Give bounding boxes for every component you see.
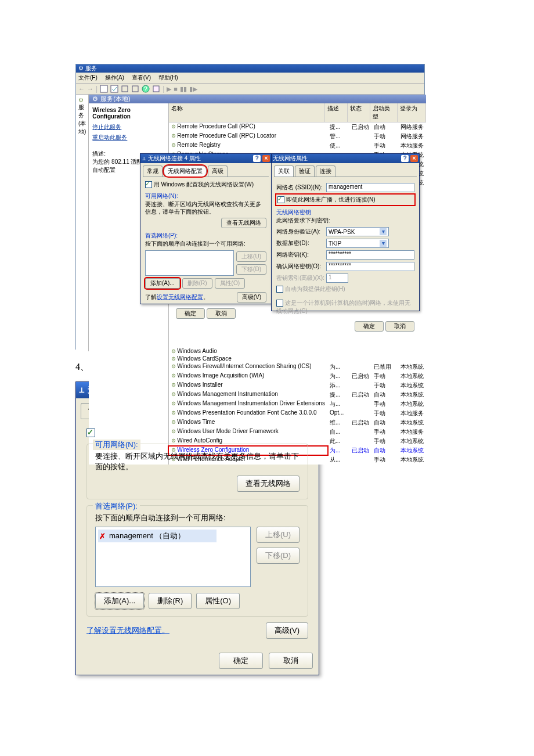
ok-button[interactable]: 确定 xyxy=(176,308,205,319)
list-item[interactable]: ✗ management （自动） xyxy=(98,530,217,542)
key-header: 无线网络密钥 xyxy=(276,208,414,217)
table-row[interactable]: ⚙Windows Management Instrumentation提...已… xyxy=(169,390,426,399)
table-row[interactable]: ⚙Windows Management Instrumentation Driv… xyxy=(169,399,426,409)
tree-node-local[interactable]: 服务(本地) xyxy=(78,104,86,135)
encryption-dropdown[interactable]: TKIP▾ xyxy=(326,239,389,248)
move-up-button[interactable]: 上移(U) xyxy=(236,251,266,262)
auth-dropdown[interactable]: WPA-PSK▾ xyxy=(326,227,389,236)
broadcast-checkbox[interactable] xyxy=(277,196,284,203)
move-up-button[interactable]: 上移(U) xyxy=(257,527,300,543)
play-icon[interactable]: ▶ xyxy=(167,85,171,93)
table-row[interactable]: ⚙Windows Time维...已启动自动本地系统 xyxy=(169,418,426,427)
table-row[interactable]: ⚙Windows Firewall/Internet Connection Sh… xyxy=(169,362,426,372)
use-windows-checkbox[interactable] xyxy=(86,429,95,437)
menu-action[interactable]: 操作(A) xyxy=(105,74,124,81)
col-logon[interactable]: 登录为 xyxy=(398,103,426,122)
ok-button[interactable]: 确定 xyxy=(355,321,384,332)
ok-button[interactable]: 确定 xyxy=(219,653,263,669)
back-icon[interactable]: ← xyxy=(78,85,85,92)
restart-icon[interactable]: ▮▶ xyxy=(189,85,197,93)
add-button[interactable]: 添加(A)... xyxy=(145,278,180,289)
tab-association[interactable]: 关联 xyxy=(274,165,294,177)
remove-button[interactable]: 删除(R) xyxy=(149,593,192,609)
help-icon[interactable]: ? xyxy=(142,85,150,93)
advanced-button[interactable]: 高级(V) xyxy=(237,292,266,303)
svg-rect-3 xyxy=(132,86,138,92)
add-button[interactable]: 添加(A)... xyxy=(95,593,144,609)
broadcast-label: 即使此网络未广播，也进行连接(N) xyxy=(286,196,376,203)
table-row[interactable]: ⚙Windows Audio xyxy=(169,347,426,355)
toolbar-icon[interactable] xyxy=(152,85,160,93)
preferred-networks-group: 首选网络(P): 按下面的顺序自动连接到一个可用网络: ✗ management… xyxy=(86,505,308,617)
col-startup[interactable]: 启动类型 xyxy=(370,103,398,122)
dialog-titlebar: ⊥ 无线网络连接 4 属性 ? × xyxy=(140,154,271,163)
properties-button[interactable]: 属性(O) xyxy=(215,278,245,289)
table-row[interactable]: ⚙Windows CardSpace xyxy=(169,355,426,362)
preferred-hint: 按下面的顺序自动连接到一个可用网络: xyxy=(95,513,300,523)
view-networks-button[interactable]: 查看无线网络 xyxy=(237,476,300,492)
table-row[interactable]: ⚙Windows Installer添...手动本地系统 xyxy=(169,381,426,390)
table-row[interactable]: ⚙Windows User Mode Driver Framework自...手… xyxy=(169,427,426,437)
key-index-spinner: 1 xyxy=(326,273,348,283)
table-row[interactable]: ⚙Windows Image Acquisition (WIA)为...已启动手… xyxy=(169,372,426,381)
preferred-networks-listbox[interactable]: ✗ management （自动） xyxy=(95,527,251,587)
confirm-key-label: 确认网络密钥(O): xyxy=(276,262,326,271)
close-icon[interactable]: × xyxy=(410,155,418,162)
menubar[interactable]: 文件(F) 操作(A) 查看(V) 帮助(H) xyxy=(76,73,424,83)
key-input[interactable]: ********** xyxy=(326,250,414,260)
toolbar: ← → | ? | ▶ ■ ▮▮ ▮▶ xyxy=(76,83,424,95)
tab-advanced[interactable]: 高级 xyxy=(208,165,228,177)
pause-icon[interactable]: ▮▮ xyxy=(180,85,187,93)
table-row[interactable]: ⚙Remote Procedure Call (RPC) Locator管...… xyxy=(169,132,426,141)
view-networks-button[interactable]: 查看无线网络 xyxy=(221,218,266,228)
col-status[interactable]: 状态 xyxy=(348,103,370,122)
use-windows-checkbox[interactable] xyxy=(145,181,152,188)
chevron-down-icon: ▾ xyxy=(380,228,387,235)
available-networks-group: 可用网络(N): 要连接、断开区域内无线网络或查找有关更多信息，请单击下面的按钮… xyxy=(86,444,308,499)
toolbar-icon[interactable] xyxy=(100,85,108,93)
cancel-button[interactable]: 取消 xyxy=(385,321,414,332)
move-down-button[interactable]: 下移(D) xyxy=(236,264,266,275)
center-header-text: 服务(本地) xyxy=(100,95,130,103)
services-titlebar: ⚙ 服务 xyxy=(76,64,424,73)
tab-connection[interactable]: 连接 xyxy=(316,165,335,177)
preferred-networks-listbox[interactable] xyxy=(145,250,234,276)
tab-authentication[interactable]: 验证 xyxy=(295,165,315,177)
toolbar-icon[interactable] xyxy=(110,85,118,93)
menu-view[interactable]: 查看(V) xyxy=(132,74,151,81)
svg-rect-0 xyxy=(100,85,107,92)
cancel-button[interactable]: 取消 xyxy=(269,653,313,669)
table-row[interactable]: ⚙Remote Registry使...手动本地服务 xyxy=(169,141,426,150)
move-down-button[interactable]: 下移(D) xyxy=(257,548,300,564)
properties-button[interactable]: 属性(O) xyxy=(196,593,240,609)
restart-service-link[interactable]: 重启动此服务 xyxy=(92,134,165,142)
stop-icon[interactable]: ■ xyxy=(174,85,178,92)
advanced-button[interactable]: 高级(V) xyxy=(266,622,308,639)
gear-icon: ⚙ xyxy=(78,65,84,71)
learn-link[interactable]: 设置无线网络配置 xyxy=(102,626,162,635)
ssid-input[interactable]: management xyxy=(326,183,414,192)
ssid-label: 网络名 (SSID)(N): xyxy=(276,183,326,192)
cancel-button[interactable]: 取消 xyxy=(207,308,236,319)
help-icon[interactable]: ? xyxy=(401,155,409,162)
toolbar-icon[interactable] xyxy=(131,85,139,93)
stop-service-link[interactable]: 停止此服务 xyxy=(92,123,165,131)
svg-text:?: ? xyxy=(144,86,147,92)
confirm-key-input[interactable]: ********** xyxy=(326,262,414,271)
table-row[interactable]: ⚙Windows Presentation Foundation Font Ca… xyxy=(169,409,426,418)
remove-button[interactable]: 删除(R) xyxy=(182,278,212,289)
menu-help[interactable]: 帮助(H) xyxy=(158,74,178,81)
col-desc[interactable]: 描述 xyxy=(325,103,348,122)
close-icon[interactable]: × xyxy=(262,155,270,162)
tab-wireless[interactable]: 无线网络配置 xyxy=(164,165,207,177)
available-hint: 要连接、断开区域内无线网络或查找有关更多信息，请单击下面的按钮。 xyxy=(95,451,300,472)
menu-file[interactable]: 文件(F) xyxy=(78,74,98,81)
tree-pane: ⚙ 服务(本地) xyxy=(76,95,89,351)
help-icon[interactable]: ? xyxy=(253,155,261,162)
col-name[interactable]: 名称 xyxy=(169,103,325,122)
forward-icon[interactable]: → xyxy=(87,85,93,92)
table-row[interactable]: ⚙Remote Procedure Call (RPC)提...已启动自动网络服… xyxy=(169,123,426,132)
toolbar-icon[interactable] xyxy=(121,85,129,93)
tab-general[interactable]: 常规 xyxy=(143,165,163,177)
auto-key-checkbox xyxy=(276,286,283,293)
